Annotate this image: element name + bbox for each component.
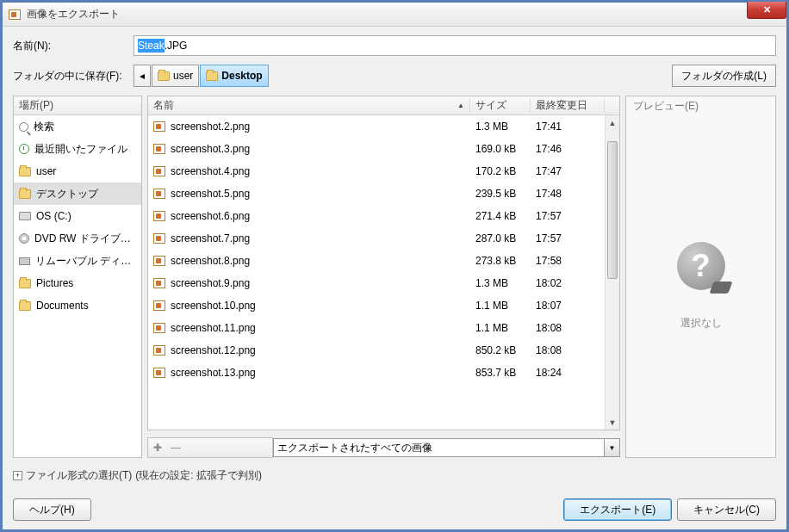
export-dialog: 画像をエクスポート ✕ 名前(N): Steak.JPG フォルダの中に保存(F… bbox=[2, 2, 787, 530]
scroll-down-icon[interactable]: ▼ bbox=[606, 415, 619, 430]
file-size: 853.7 kB bbox=[470, 367, 531, 379]
preview-empty-text: 選択なし bbox=[680, 316, 722, 331]
file-name: screenshot.9.png bbox=[171, 277, 250, 289]
help-button[interactable]: ヘルプ(H) bbox=[13, 498, 91, 521]
column-name[interactable]: 名前 ▲ bbox=[148, 98, 470, 113]
file-row[interactable]: screenshot.7.png287.0 kB17:57 bbox=[148, 227, 605, 250]
file-row[interactable]: screenshot.2.png1.3 MB17:41 bbox=[148, 115, 605, 138]
place-label: Pictures bbox=[36, 277, 73, 289]
column-modified[interactable]: 最終変更日 bbox=[531, 98, 605, 113]
file-date: 17:41 bbox=[531, 121, 605, 133]
image-file-icon bbox=[153, 211, 165, 221]
create-folder-button[interactable]: フォルダの作成(L) bbox=[672, 65, 776, 87]
place-item[interactable]: DVD RW ドライブ… bbox=[14, 227, 141, 250]
file-date: 17:48 bbox=[531, 188, 605, 200]
file-date: 18:08 bbox=[531, 322, 605, 334]
path-crumb-user[interactable]: user bbox=[152, 65, 199, 87]
file-row[interactable]: screenshot.10.png1.1 MB18:07 bbox=[148, 294, 605, 317]
file-date: 17:58 bbox=[531, 255, 605, 267]
file-size: 1.3 MB bbox=[470, 277, 531, 289]
filter-selected-label: エクスポートされたすべての画像 bbox=[277, 441, 432, 455]
place-label: 最近開いたファイル bbox=[34, 142, 127, 157]
folder-icon bbox=[19, 167, 31, 176]
file-size: 1.3 MB bbox=[470, 121, 531, 133]
filename-row: 名前(N): Steak.JPG bbox=[13, 35, 776, 56]
file-format-current: (現在の設定: 拡張子で判別) bbox=[135, 468, 262, 483]
save-in-label: フォルダの中に保存(F): bbox=[13, 69, 134, 84]
export-button[interactable]: エクスポート(E) bbox=[563, 498, 672, 521]
file-list-body[interactable]: screenshot.2.png1.3 MB17:41screenshot.3.… bbox=[148, 115, 619, 430]
place-item[interactable]: user bbox=[14, 160, 141, 182]
file-name: screenshot.8.png bbox=[171, 255, 250, 267]
expander-icon[interactable]: + bbox=[13, 471, 22, 480]
titlebar[interactable]: 画像をエクスポート ✕ bbox=[3, 3, 786, 27]
window-title: 画像をエクスポート bbox=[27, 7, 120, 22]
file-size: 273.8 kB bbox=[470, 255, 531, 267]
filename-input[interactable]: Steak.JPG bbox=[134, 35, 776, 56]
file-type-filter[interactable]: エクスポートされたすべての画像 ▼ bbox=[273, 438, 620, 457]
file-size: 1.1 MB bbox=[470, 300, 531, 312]
file-row[interactable]: screenshot.6.png271.4 kB17:57 bbox=[148, 205, 605, 227]
file-size: 170.2 kB bbox=[470, 165, 531, 177]
search-icon bbox=[19, 122, 28, 132]
image-file-icon bbox=[153, 278, 165, 288]
file-row[interactable]: screenshot.13.png853.7 kB18:24 bbox=[148, 362, 605, 384]
place-item[interactable]: リムーバブル ディ… bbox=[14, 250, 141, 272]
image-file-icon bbox=[153, 144, 165, 154]
close-button[interactable]: ✕ bbox=[747, 2, 786, 19]
image-file-icon bbox=[153, 345, 165, 356]
remove-place-button[interactable]: — bbox=[171, 442, 181, 454]
folder-icon bbox=[19, 301, 31, 311]
file-row[interactable]: screenshot.9.png1.3 MB18:02 bbox=[148, 272, 605, 294]
cancel-button[interactable]: キャンセル(C) bbox=[677, 498, 776, 521]
file-name: screenshot.5.png bbox=[171, 188, 250, 200]
file-row[interactable]: screenshot.4.png170.2 kB17:47 bbox=[148, 160, 605, 182]
place-item[interactable]: Documents bbox=[14, 294, 141, 317]
clock-icon bbox=[19, 144, 29, 154]
file-name: screenshot.7.png bbox=[171, 232, 250, 244]
client-area: 名前(N): Steak.JPG フォルダの中に保存(F): ◂ userDes… bbox=[3, 27, 786, 529]
file-row[interactable]: screenshot.5.png239.5 kB17:48 bbox=[148, 182, 605, 205]
place-item[interactable]: デスクトップ bbox=[14, 182, 141, 205]
filename-label: 名前(N): bbox=[13, 39, 134, 53]
filename-rest: .JPG bbox=[165, 40, 188, 52]
place-item[interactable]: OS (C:) bbox=[14, 205, 141, 227]
column-size[interactable]: サイズ bbox=[470, 98, 531, 113]
app-icon bbox=[8, 8, 22, 22]
add-place-button[interactable]: ✚ bbox=[153, 442, 162, 454]
file-row[interactable]: screenshot.3.png169.0 kB17:46 bbox=[148, 138, 605, 160]
file-format-row[interactable]: + ファイル形式の選択(T) (現在の設定: 拡張子で判別) bbox=[13, 468, 776, 483]
button-row: ヘルプ(H) エクスポート(E) キャンセル(C) bbox=[13, 498, 776, 521]
folder-icon bbox=[206, 71, 218, 81]
file-size: 169.0 kB bbox=[470, 143, 531, 155]
scroll-thumb[interactable] bbox=[607, 141, 618, 279]
image-file-icon bbox=[153, 121, 165, 132]
folder-icon bbox=[19, 279, 31, 288]
image-file-icon bbox=[153, 166, 165, 176]
folder-icon bbox=[158, 71, 170, 81]
file-row[interactable]: screenshot.11.png1.1 MB18:08 bbox=[148, 317, 605, 339]
scroll-up-icon[interactable]: ▲ bbox=[606, 115, 619, 130]
usb-icon bbox=[19, 257, 30, 265]
place-item[interactable]: 最近開いたファイル bbox=[14, 138, 141, 160]
places-header[interactable]: 場所(P) bbox=[14, 96, 141, 115]
places-toolbar: ✚ — bbox=[147, 437, 273, 458]
file-size: 287.0 kB bbox=[470, 232, 531, 244]
file-date: 17:57 bbox=[531, 210, 605, 222]
place-item[interactable]: 検索 bbox=[14, 115, 141, 138]
place-item[interactable]: Pictures bbox=[14, 272, 141, 294]
path-crumb-desktop[interactable]: Desktop bbox=[200, 65, 268, 87]
file-date: 18:02 bbox=[531, 277, 605, 289]
dropdown-icon: ▼ bbox=[604, 439, 619, 456]
file-row[interactable]: screenshot.8.png273.8 kB17:58 bbox=[148, 250, 605, 272]
vertical-scrollbar[interactable]: ▲ ▼ bbox=[605, 115, 619, 430]
place-label: OS (C:) bbox=[36, 210, 71, 222]
folder-icon bbox=[19, 189, 31, 199]
place-label: デスクトップ bbox=[36, 187, 98, 201]
image-file-icon bbox=[153, 368, 165, 378]
place-label: DVD RW ドライブ… bbox=[34, 232, 131, 246]
file-size: 239.5 kB bbox=[470, 188, 531, 200]
filename-selection: Steak bbox=[138, 39, 165, 53]
file-row[interactable]: screenshot.12.png850.2 kB18:08 bbox=[148, 339, 605, 362]
path-back-button[interactable]: ◂ bbox=[134, 65, 151, 87]
